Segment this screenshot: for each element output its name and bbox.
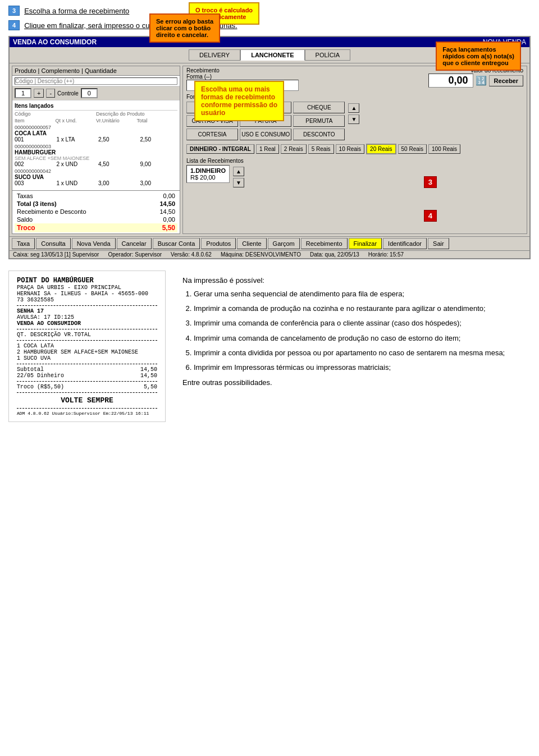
item-code: 0000000000057 [15,125,177,130]
toolbar-taxa[interactable]: Taxa [12,238,35,249]
valor-amount: 0,00 [428,74,473,88]
receipt-sep-3 [17,340,157,341]
step-4-badge: 4 [8,20,20,30]
list-item: Imprimir a comanda de produção na cozinh… [194,304,531,314]
tab-delivery[interactable]: DELIVERY [189,49,240,61]
receipt-item-1: 1 COCA LATA [17,343,157,349]
receipt-sep-1 [17,305,157,306]
tab-lanchonete[interactable]: LANCHONETE [240,49,304,61]
quick-50reais[interactable]: 50 Reais [398,144,427,154]
qty-value: 1 [15,88,31,98]
toolbar-nova-venda[interactable]: Nova Venda [72,238,116,249]
qty-plus-btn[interactable]: + [34,89,44,98]
item-detail: 002 2 x UND 4,50 9,00 [15,161,177,167]
tab-policia[interactable]: POLÍCIA [305,49,350,61]
receipt-footer: VOLTE SEMPRE [17,396,157,405]
list-item: Gerar uma senha sequencial de atendiment… [194,289,531,299]
receipt-sep-5 [17,381,157,382]
receipt-item: 1.DINHEIRO R$ 20,00 [186,165,230,183]
receipt-avulsa: AVULSA: 17 ID:125 [17,314,157,320]
dinheiro-integral-btn[interactable]: DINHEIRO - INTEGRAL [186,144,254,154]
callout-lancamentos: Faça lançamentosrápidos com a(s) nota(s)… [436,42,521,71]
receipt-sep-7 [17,408,157,409]
list-item: 0000000000057 COCA LATA 001 1 x LTA 2,50… [15,124,177,143]
quick-5reais[interactable]: 5 Reais [308,144,334,154]
receipt-sep-4 [17,364,157,364]
receipt-sep-6 [17,392,157,393]
items-section: Itens lançados Código Descrição do Produ… [12,100,180,188]
list-item: 0000000000042 SUCO UVA 003 1 x UND 3,00 … [15,168,177,187]
pay-btn-desconto[interactable]: DESCONTO [293,129,345,140]
toolbar-garcom[interactable]: Garçom [268,238,300,249]
receipt-scroll-arrows: ▲ ▼ [231,165,246,189]
quick-10reais[interactable]: 10 Reais [336,144,364,154]
receipt-col-header: QT. DESCRIÇÃO VR.TOTAL [17,332,157,338]
badge-4: 4 [424,210,437,222]
receipt-dinheiro: 22/05 Dinheiro 14,50 [17,373,157,379]
item-code: 0000000000003 [15,144,177,149]
qty-control: 1 + - Controle 0 [12,86,180,100]
receipt-senha: SENHA 17 [17,308,157,314]
receipt-phone: 73 36325585 [17,297,157,303]
qty-minus-btn[interactable]: - [46,89,55,98]
receipt-item-title: 1.DINHEIRO [190,167,226,174]
toolbar-finalizar[interactable]: Finalizar [349,238,382,249]
quick-2reais[interactable]: 2 Reais [281,144,307,154]
scroll-down-btn[interactable]: ▼ [348,114,359,124]
totals-row-taxas: Taxas 0,00 [15,192,177,200]
pay-btn-cheque[interactable]: CHEQUE [293,102,345,113]
receipt-item-3: 1 SUCO UVA [17,355,157,361]
toolbar-consulta[interactable]: Consulta [36,238,70,249]
status-caixa: Caixa: seg 13/05/13 [1] Supervisor [13,251,99,258]
items-header: Itens lançados [15,102,177,111]
toolbar-recebimento[interactable]: Recebimento [301,238,348,249]
totals-row-troco: Troco 5,50 [15,223,177,232]
callout-erro: Se errou algo bastaclicar com o botãodir… [149,13,220,43]
pos-toolbar: Taxa Consulta Nova Venda Cancelar Buscar… [10,236,529,250]
receipt-scroll-up[interactable]: ▲ [233,167,244,176]
item-sub-headers: Item Qt x Und. Vr.Unitário Total [15,117,177,124]
payment-scroll-arrows: ▲ ▼ [346,102,361,126]
scroll-up-btn[interactable]: ▲ [348,103,359,113]
toolbar-sair[interactable]: Sair [428,238,449,249]
totals-row-total: Total (3 itens) 14,50 [15,200,177,208]
pos-statusbar: Caixa: seg 13/05/13 [1] Supervisor Opera… [10,250,529,258]
left-panel: Produto | Complemento | Quantidade 1 + -… [12,66,180,234]
bottom-list: Gerar uma senha sequencial de atendiment… [182,289,531,373]
pos-main: Produto | Complemento | Quantidade 1 + -… [10,63,529,236]
list-item: Imprimir uma comanda de conferência para… [194,318,531,328]
step-3-text: Escolha a forma de recebimento [24,7,129,15]
pos-title: VENDA AO CONSUMIDOR [13,38,97,46]
product-header: Produto | Complemento | Quantidade [12,66,180,76]
pay-btn-permuta[interactable]: PERMUTA [293,115,345,127]
item-desc: SUCO UVA [15,174,177,180]
toolbar-produtos[interactable]: Produtos [201,238,236,249]
toolbar-identificador[interactable]: Identificador [383,238,427,249]
pay-btn-uso[interactable]: USO E CONSUMO [240,129,291,140]
pos-window: VENDA AO CONSUMIDOR NOVA VENDA DELIVERY … [8,36,531,259]
badge-3: 3 [424,176,437,188]
status-versao: Versão: 4.8.0.62 [171,251,212,258]
quick-20reais[interactable]: 20 Reais [366,144,396,154]
quick-money-section: DINHEIRO - INTEGRAL 1 Real 2 Reais 5 Rea… [183,142,527,156]
toolbar-cliente[interactable]: Cliente [237,238,266,249]
receipt-subtotal: Subtotal 14,50 [17,366,157,373]
totals-row-saldo: Saldo 0,00 [15,216,177,223]
product-search-input[interactable] [15,77,177,85]
receber-button[interactable]: Receber [489,75,523,86]
receipts-label: Lista de Recebimentos [186,158,523,164]
status-maquina: Máquina: DESENVOLVIMENTO [221,251,301,258]
status-data: Data: qua, 22/05/13 [310,251,359,258]
bottom-section: POINT DO HAMBÚRGUER PRAÇA DA URBIS - EIX… [8,265,531,428]
receipt-scroll-down[interactable]: ▼ [233,178,244,187]
list-item: Imprimir uma comanda de cancelamento de … [194,333,531,343]
control-label: Controle [57,90,79,97]
item-desc: COCA LATA [15,130,177,136]
toolbar-buscar-conta[interactable]: Buscar Conta [153,238,200,249]
item-code: 0000000000042 [15,168,177,174]
quick-100reais[interactable]: 100 Reais [428,144,460,154]
pos-body: Produto | Complemento | Quantidade 1 + -… [10,63,529,258]
pay-btn-cortesia[interactable]: CORTESIA [186,129,238,140]
quick-1real[interactable]: 1 Real [256,144,279,154]
toolbar-cancelar[interactable]: Cancelar [117,238,152,249]
